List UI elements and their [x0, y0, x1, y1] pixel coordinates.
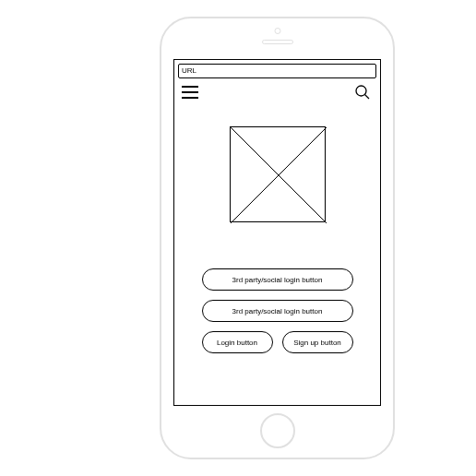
url-bar[interactable]: URL	[178, 64, 376, 78]
svg-line-1	[365, 95, 370, 100]
top-bar	[174, 78, 380, 104]
image-placeholder	[230, 126, 326, 222]
phone-frame: URL 3rd party/social login button 3rd pa…	[160, 17, 395, 459]
home-button[interactable]	[260, 413, 295, 448]
search-icon[interactable]	[354, 84, 371, 101]
social-login-button-1[interactable]: 3rd party/social login button	[202, 268, 353, 291]
phone-camera	[274, 28, 280, 34]
phone-speaker	[262, 40, 293, 44]
button-stack: 3rd party/social login button 3rd party/…	[174, 268, 380, 353]
svg-point-0	[356, 86, 366, 96]
auth-button-row: Login button Sign up button	[202, 331, 353, 353]
hamburger-menu-icon[interactable]	[182, 86, 198, 99]
login-button[interactable]: Login button	[202, 331, 273, 353]
signup-button[interactable]: Sign up button	[282, 331, 353, 353]
social-login-button-2[interactable]: 3rd party/social login button	[202, 300, 353, 322]
screen: URL 3rd party/social login button 3rd pa…	[173, 59, 381, 406]
